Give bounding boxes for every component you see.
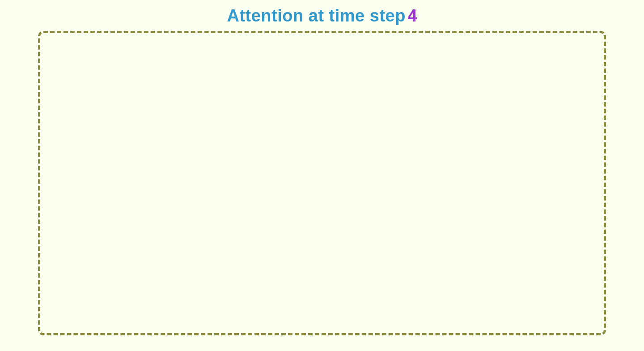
attention-visualization-box [38,31,606,335]
page-container: Attention at time step 4 [0,0,644,351]
title-timestep: 4 [407,6,417,25]
title-prefix: Attention at time step [227,6,405,25]
title-container: Attention at time step 4 [227,6,417,26]
